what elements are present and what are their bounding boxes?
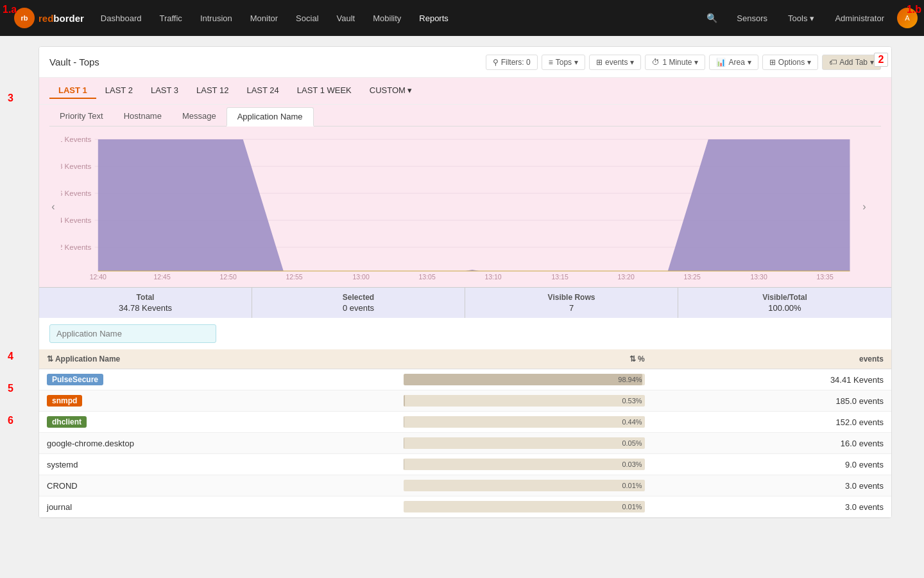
td-app: dhclient <box>39 412 396 433</box>
stat-selected-label: Selected <box>262 293 454 302</box>
sort-icon: ⇅ <box>47 355 53 363</box>
app-name: systemd <box>47 460 78 469</box>
tab-last1[interactable]: LAST 1 <box>49 83 96 99</box>
bar-label: 0.01% <box>622 482 642 489</box>
stat-total-value: 34.78 Kevents <box>49 303 241 313</box>
bar-fill <box>404 416 405 428</box>
options-button[interactable]: ⊞ Options ▾ <box>762 55 818 70</box>
events-dropdown-icon: ▾ <box>630 58 634 67</box>
tools-button[interactable]: Tools ▾ <box>780 0 822 36</box>
col-pct-label: % <box>638 355 645 363</box>
bar-bg: 0.01% <box>404 501 645 512</box>
bar-fill <box>404 395 405 407</box>
table-row: PulseSecure 98.94% 34.41 Kevents <box>39 369 891 390</box>
chart-prev-button[interactable]: ‹ <box>46 133 61 281</box>
table-wrapper: ⇅ Application Name ⇅ % events PulseSecur… <box>39 349 891 518</box>
app-tag: dhclient <box>47 416 87 428</box>
navbar-left: rb redborder Dashboard Traffic Intrusion… <box>6 0 458 36</box>
bar-bg: 0.05% <box>404 437 645 449</box>
bar-label: 0.01% <box>622 503 642 511</box>
col-events: events <box>653 349 891 369</box>
tab-last2[interactable]: LAST 2 <box>96 83 142 99</box>
td-events: 152.0 events <box>653 412 891 433</box>
stat-visible-total-value: 100.00% <box>689 303 881 313</box>
filters-label: Filters: 0 <box>501 58 531 67</box>
nav-traffic[interactable]: Traffic <box>150 0 191 36</box>
chart-tabs-wrapper: Priority Text Hostname Message Applicati… <box>39 105 891 127</box>
svg-text:0.8 Kevents: 0.8 Kevents <box>61 162 92 170</box>
brand-logo: rb <box>14 8 35 28</box>
search-input[interactable] <box>49 324 216 343</box>
stat-visible-rows: Visible Rows 7 <box>465 288 678 318</box>
annotation-2: 2 <box>874 53 888 67</box>
annotation-3: 3 <box>8 92 13 104</box>
chart-tab-hostname[interactable]: Hostname <box>114 107 172 126</box>
nav-vault[interactable]: Vault <box>328 0 364 36</box>
app-name: CROND <box>47 481 78 491</box>
bar-bg: 0.01% <box>404 480 645 491</box>
tops-icon: ≡ <box>549 58 553 67</box>
td-events: 185.0 events <box>653 390 891 412</box>
app-name: google-chrome.desktop <box>47 439 134 448</box>
bar-label: 0.44% <box>622 418 642 426</box>
svg-text:13:30: 13:30 <box>750 274 767 281</box>
chart-tabs: Priority Text Hostname Message Applicati… <box>49 107 881 127</box>
chart-tab-message[interactable]: Message <box>172 107 227 126</box>
td-events: 3.0 events <box>653 475 891 496</box>
bar-bg: 0.03% <box>404 459 645 470</box>
events-button[interactable]: ⊞ events ▾ <box>589 55 641 70</box>
tools-dropdown-icon: ▾ <box>810 13 814 23</box>
search-button[interactable]: 🔍 <box>700 0 724 36</box>
chart-next-button[interactable]: › <box>857 133 872 281</box>
chart-tab-priority[interactable]: Priority Text <box>49 107 114 126</box>
minute-dropdown-icon: ▾ <box>694 58 698 67</box>
stat-visible-rows-label: Visible Rows <box>475 293 667 302</box>
area-button[interactable]: 📊 Area ▾ <box>709 55 758 70</box>
tab-last12[interactable]: LAST 12 <box>187 83 237 99</box>
minute-icon: ⏱ <box>652 58 660 67</box>
brand[interactable]: rb redborder <box>6 8 92 28</box>
nav-monitor[interactable]: Monitor <box>241 0 287 36</box>
nav-dashboard[interactable]: Dashboard <box>92 0 151 36</box>
filter-icon: ⚲ <box>493 58 499 67</box>
nav-intrusion[interactable]: Intrusion <box>191 0 241 36</box>
filters-button[interactable]: ⚲ Filters: 0 <box>486 55 538 70</box>
table-head: ⇅ Application Name ⇅ % events <box>39 349 891 369</box>
tab-last24[interactable]: LAST 24 <box>237 83 287 99</box>
bar-label: 98.94% <box>618 376 642 383</box>
svg-text:13:35: 13:35 <box>816 274 834 281</box>
table-row: dhclient 0.44% 152.0 events <box>39 412 891 433</box>
bar-fill <box>404 374 642 385</box>
td-events: 9.0 events <box>653 454 891 475</box>
events-icon: ⊞ <box>596 58 603 67</box>
tab-last3[interactable]: LAST 3 <box>142 83 187 99</box>
chart-inner: 1 Kevents 0.8 Kevents 0.6 Kevents 0.4 Ke… <box>61 133 857 281</box>
minute-button[interactable]: ⏱ 1 Minute ▾ <box>645 55 705 70</box>
td-pct: 0.53% <box>396 390 653 412</box>
svg-text:12:50: 12:50 <box>219 274 237 281</box>
td-pct: 0.03% <box>396 454 653 475</box>
nav-social[interactable]: Social <box>287 0 327 36</box>
table-row: CROND 0.01% 3.0 events <box>39 475 891 496</box>
bar-label: 0.53% <box>622 397 642 405</box>
tab-custom[interactable]: CUSTOM ▾ <box>361 83 422 99</box>
chart-tab-appname[interactable]: Application Name <box>227 107 314 127</box>
annotation-4: 4 <box>8 351 13 362</box>
tops-dropdown-icon: ▾ <box>574 58 578 67</box>
td-app: CROND <box>39 475 396 496</box>
add-tab-button[interactable]: 🏷 Add Tab ▾ <box>822 55 881 70</box>
nav-reports[interactable]: Reports <box>410 0 458 36</box>
td-events: 34.41 Kevents <box>653 369 891 390</box>
tops-button[interactable]: ≡ Tops ▾ <box>542 55 585 70</box>
admin-button[interactable]: Administrator <box>827 0 892 36</box>
admin-label: Administrator <box>835 13 884 23</box>
app-name: journal <box>47 502 72 512</box>
col-app-name[interactable]: ⇅ Application Name <box>39 349 396 369</box>
svg-text:13:25: 13:25 <box>683 274 701 281</box>
col-pct[interactable]: ⇅ % <box>396 349 653 369</box>
sensors-button[interactable]: Sensors <box>729 0 775 36</box>
tab-last1week[interactable]: LAST 1 WEEK <box>288 83 361 99</box>
td-app: journal <box>39 496 396 518</box>
nav-mobility[interactable]: Mobility <box>364 0 410 36</box>
annotation-6: 6 <box>8 415 13 426</box>
